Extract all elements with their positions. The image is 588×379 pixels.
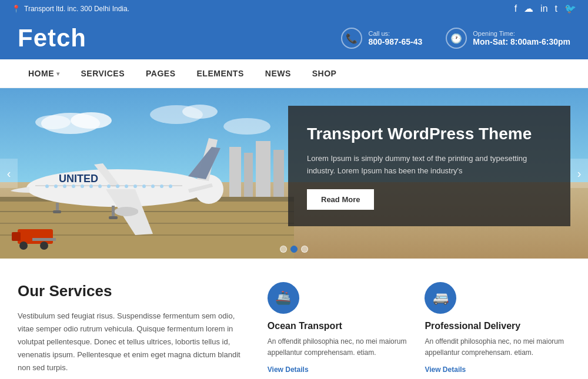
phone-icon: 📞 xyxy=(341,28,362,49)
ocean-view-details[interactable]: View Details xyxy=(268,365,309,374)
nav-item-services[interactable]: SERVICES xyxy=(71,59,136,88)
nav-item-home[interactable]: HOME ▾ xyxy=(18,59,71,88)
svg-point-4 xyxy=(182,105,218,119)
nav-label-shop: SHOP xyxy=(312,69,337,78)
phone-number[interactable]: 800-987-65-43 xyxy=(368,37,422,46)
read-more-button[interactable]: Read More xyxy=(307,189,374,210)
svg-rect-14 xyxy=(273,150,284,197)
phone-info: Call us: 800-987-65-43 xyxy=(368,30,422,46)
phone-label: Call us: xyxy=(368,30,422,37)
hours-value: Mon-Sat: 8:00am-6:30pm xyxy=(473,37,570,46)
hero-dot-1[interactable] xyxy=(280,246,287,253)
ocean-transport-desc: An offendit philosophia nec, no mei maio… xyxy=(268,336,413,358)
skype-icon[interactable]: ☁ xyxy=(524,3,533,14)
svg-point-28 xyxy=(116,185,119,188)
svg-rect-11 xyxy=(229,147,241,197)
svg-point-21 xyxy=(54,185,58,188)
address-text: Transport ltd. inc. 300 Delhi India. xyxy=(24,5,129,13)
svg-point-20 xyxy=(45,185,49,188)
nav-item-shop[interactable]: SHOP xyxy=(302,59,348,88)
svg-point-27 xyxy=(107,185,111,188)
hero-description: Lorem Ipsum is simply dummy text of the … xyxy=(307,153,552,177)
hero-prev-arrow[interactable]: ‹ xyxy=(0,159,18,188)
nav-label-pages: PAGES xyxy=(146,69,175,78)
clock-icon: 🕐 xyxy=(446,28,467,49)
services-description: Our Services Vestibulum sed feugiat risu… xyxy=(18,282,250,379)
svg-rect-12 xyxy=(244,153,253,197)
svg-point-24 xyxy=(81,185,84,188)
svg-point-22 xyxy=(63,185,66,188)
phone-contact: 📞 Call us: 800-987-65-43 xyxy=(341,28,422,49)
svg-point-23 xyxy=(72,185,75,188)
svg-rect-44 xyxy=(53,210,61,213)
hero-dot-3[interactable] xyxy=(301,246,308,253)
nav-item-elements[interactable]: ELEMENTS xyxy=(186,59,255,88)
delivery-icon: 🚐 xyxy=(425,282,456,314)
svg-rect-43 xyxy=(56,203,59,212)
chevron-down-icon: ▾ xyxy=(56,71,60,77)
main-nav: HOME ▾ SERVICES PAGES ELEMENTS NEWS SHOP xyxy=(0,59,588,88)
svg-text:UNITED: UNITED xyxy=(59,173,98,185)
service-card-ocean: 🚢 Ocean Transport An offendit philosophi… xyxy=(268,282,413,379)
nav-label-news: NEWS xyxy=(265,69,291,78)
hero-dots xyxy=(280,246,308,253)
svg-rect-42 xyxy=(109,216,118,219)
services-section: Our Services Vestibulum sed feugiat risu… xyxy=(0,259,588,379)
hero-next-arrow[interactable]: › xyxy=(570,159,588,188)
svg-point-1 xyxy=(71,112,112,129)
nav-label-elements: ELEMENTS xyxy=(197,69,244,78)
hero-dot-2[interactable] xyxy=(290,246,298,253)
airplane-svg: UNITED xyxy=(0,94,294,259)
svg-point-33 xyxy=(160,185,163,188)
svg-rect-13 xyxy=(256,141,270,197)
svg-point-29 xyxy=(125,185,128,188)
svg-point-38 xyxy=(19,242,28,250)
nav-item-news[interactable]: NEWS xyxy=(255,59,302,88)
tumblr-icon[interactable]: t xyxy=(555,4,557,14)
delivery-desc: An offendit philosophia nec, no mei maio… xyxy=(425,336,570,358)
svg-point-5 xyxy=(223,118,270,135)
location-icon: 📍 xyxy=(12,5,21,13)
hero-slider: UNITED Transport WordPress Theme Lorem I… xyxy=(0,88,588,259)
svg-point-26 xyxy=(98,185,102,188)
services-title: Our Services xyxy=(18,282,250,300)
header: Fetch 📞 Call us: 800-987-65-43 🕐 Opening… xyxy=(0,17,588,59)
svg-point-32 xyxy=(151,185,155,188)
svg-rect-40 xyxy=(32,238,56,241)
linkedin-icon[interactable]: in xyxy=(540,4,547,14)
svg-rect-37 xyxy=(12,232,21,241)
hours-contact: 🕐 Opening Time: Mon-Sat: 8:00am-6:30pm xyxy=(446,28,570,49)
service-card-delivery: 🚐 Professional Delivery An offendit phil… xyxy=(425,282,570,379)
services-text: Vestibulum sed feugiat risus. Suspendiss… xyxy=(18,310,250,374)
site-logo[interactable]: Fetch xyxy=(18,24,86,52)
svg-point-31 xyxy=(142,185,146,188)
svg-rect-18 xyxy=(115,209,138,214)
svg-rect-41 xyxy=(112,206,115,217)
svg-point-34 xyxy=(169,185,172,188)
svg-point-2 xyxy=(35,115,71,129)
hero-textbox: Transport WordPress Theme Lorem Ipsum is… xyxy=(288,106,570,226)
top-bar: 📍 Transport ltd. inc. 300 Delhi India. f… xyxy=(0,0,588,17)
delivery-title: Professional Delivery xyxy=(425,321,570,331)
ocean-transport-icon: 🚢 xyxy=(268,282,299,314)
svg-point-30 xyxy=(133,185,137,188)
hero-title: Transport WordPress Theme xyxy=(307,123,552,145)
nav-label-home: HOME xyxy=(28,69,54,78)
delivery-view-details[interactable]: View Details xyxy=(425,365,466,374)
top-bar-address: 📍 Transport ltd. inc. 300 Delhi India. xyxy=(12,5,129,13)
nav-item-pages[interactable]: PAGES xyxy=(135,59,186,88)
twitter-icon[interactable]: 🐦 xyxy=(564,3,576,14)
ocean-transport-title: Ocean Transport xyxy=(268,321,413,331)
header-contacts: 📞 Call us: 800-987-65-43 🕐 Opening Time:… xyxy=(341,28,570,49)
facebook-icon[interactable]: f xyxy=(514,4,517,14)
nav-label-services: SERVICES xyxy=(81,69,125,78)
svg-point-25 xyxy=(89,185,93,188)
social-icons: f ☁ in t 🐦 xyxy=(514,3,576,14)
svg-point-39 xyxy=(40,242,48,250)
hours-info: Opening Time: Mon-Sat: 8:00am-6:30pm xyxy=(473,30,570,46)
hours-label: Opening Time: xyxy=(473,30,570,37)
service-cards: 🚢 Ocean Transport An offendit philosophi… xyxy=(268,282,570,379)
